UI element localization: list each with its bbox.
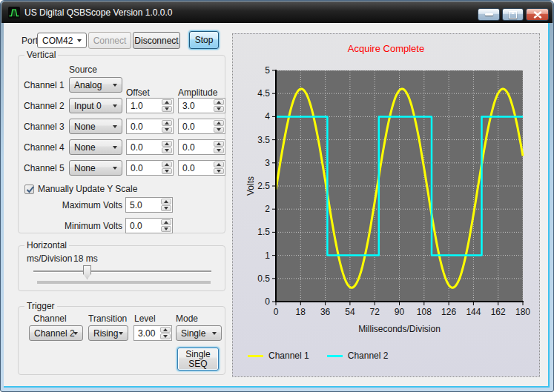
legend-item-label: Channel 1 bbox=[268, 351, 309, 361]
trigger-channel-select[interactable]: Channel 2 bbox=[29, 325, 83, 341]
spin-up-icon[interactable] bbox=[214, 141, 224, 147]
channel-5-offset-value: 0.0 bbox=[131, 163, 143, 173]
chevron-down-icon bbox=[77, 39, 82, 42]
channel-4-source-value: None bbox=[74, 142, 96, 153]
chevron-down-icon bbox=[113, 84, 117, 87]
checkmark-icon bbox=[25, 185, 36, 195]
spin-down-icon[interactable] bbox=[160, 333, 171, 339]
single-seq-button[interactable]: Single SEQ bbox=[177, 348, 219, 371]
spin-up-icon[interactable] bbox=[161, 199, 171, 205]
close-button[interactable] bbox=[526, 8, 549, 21]
spin-up-icon[interactable] bbox=[214, 162, 224, 167]
connect-button-label: Connect bbox=[93, 36, 127, 46]
channel-4-amplitude-input[interactable]: 0.0 bbox=[178, 139, 225, 155]
maximum-volts-input[interactable]: 5.0 bbox=[125, 197, 173, 213]
minimize-button[interactable] bbox=[478, 8, 500, 21]
channel-3-amplitude-value: 0.0 bbox=[182, 122, 195, 132]
channel-2-source-select[interactable]: Input 0 bbox=[69, 98, 122, 113]
spin-down-icon[interactable] bbox=[214, 106, 224, 112]
channel-4-offset-value: 0.0 bbox=[131, 142, 143, 153]
svg-text:90: 90 bbox=[395, 307, 405, 317]
channel-2-amplitude-input[interactable]: 3.0 bbox=[178, 98, 225, 113]
horizontal-group: Horizontal ms/Division 18 ms bbox=[18, 245, 225, 291]
amplitude-header: Amplitude bbox=[178, 87, 217, 98]
channel-3-amplitude-input[interactable]: 0.0 bbox=[178, 119, 225, 134]
vertical-group-title: Vertical bbox=[24, 50, 58, 60]
svg-text:0: 0 bbox=[274, 307, 279, 317]
maximum-volts-value: 5.0 bbox=[130, 200, 142, 210]
maximize-button[interactable] bbox=[502, 8, 524, 21]
spin-down-icon[interactable] bbox=[214, 127, 224, 133]
spin-up-icon[interactable] bbox=[162, 141, 172, 147]
port-select-value: COM42 bbox=[42, 36, 73, 46]
channel-4-offset-input[interactable]: 0.0 bbox=[126, 139, 174, 155]
spin-down-icon[interactable] bbox=[214, 147, 224, 153]
spin-up-icon[interactable] bbox=[160, 327, 171, 333]
ms-division-value: 18 ms bbox=[73, 253, 98, 264]
channel-4-label: Channel 4 bbox=[24, 142, 65, 153]
app-icon bbox=[8, 7, 20, 19]
svg-text:126: 126 bbox=[441, 307, 456, 317]
spin-down-icon[interactable] bbox=[161, 226, 171, 232]
channel-3-source-select[interactable]: None bbox=[69, 119, 122, 134]
chevron-down-icon bbox=[119, 332, 123, 335]
trigger-level-label: Level bbox=[134, 313, 156, 324]
manually-update-y-scale-checkbox[interactable] bbox=[24, 185, 34, 194]
spin-up-icon[interactable] bbox=[161, 219, 171, 225]
trigger-level-input[interactable]: 3.00 bbox=[133, 325, 172, 341]
disconnect-button-label: Disconnect bbox=[134, 36, 178, 46]
minimum-volts-input[interactable]: 0.0 bbox=[125, 218, 173, 233]
ms-division-slider-track[interactable] bbox=[33, 270, 211, 273]
port-select[interactable]: COM42 bbox=[37, 33, 87, 48]
spin-up-icon[interactable] bbox=[162, 120, 172, 126]
channel-1-source-select[interactable]: Analog bbox=[69, 77, 122, 93]
stop-button[interactable]: Stop bbox=[189, 31, 219, 49]
spin-down-icon[interactable] bbox=[162, 106, 172, 112]
spin-up-icon[interactable] bbox=[214, 99, 224, 105]
disconnect-button[interactable]: Disconnect bbox=[133, 32, 180, 49]
minimize-icon bbox=[485, 13, 493, 16]
channel-4-source-select[interactable]: None bbox=[69, 139, 122, 155]
channel-3-label: Channel 3 bbox=[24, 122, 65, 132]
single-seq-line1: Single bbox=[185, 350, 210, 359]
channel-2-offset-value: 1.0 bbox=[131, 101, 143, 111]
chevron-down-icon bbox=[113, 104, 117, 107]
chevron-down-icon bbox=[113, 125, 117, 128]
spin-up-icon[interactable] bbox=[214, 120, 224, 126]
channel-5-amplitude-input[interactable]: 0.0 bbox=[178, 160, 225, 176]
channel-5-offset-input[interactable]: 0.0 bbox=[126, 160, 174, 176]
channel-2-offset-input[interactable]: 1.0 bbox=[126, 98, 174, 113]
channel-1-label: Channel 1 bbox=[24, 80, 65, 90]
svg-text:36: 36 bbox=[320, 307, 331, 317]
chevron-down-icon bbox=[113, 146, 117, 149]
ms-division-slider-thumb[interactable] bbox=[83, 265, 91, 279]
y-axis-title: Volts bbox=[245, 176, 256, 196]
maximize-icon bbox=[509, 11, 517, 19]
spin-down-icon[interactable] bbox=[162, 147, 172, 153]
spin-down-icon[interactable] bbox=[162, 168, 172, 174]
spin-down-icon[interactable] bbox=[162, 127, 172, 133]
channel-5-source-select[interactable]: None bbox=[69, 160, 122, 176]
svg-text:144: 144 bbox=[466, 307, 481, 317]
window-title: US Digital QSBScope Version 1.0.0.0 bbox=[24, 7, 172, 18]
spin-down-icon[interactable] bbox=[214, 168, 224, 174]
legend-line-icon bbox=[327, 355, 343, 357]
spin-up-icon[interactable] bbox=[162, 162, 172, 167]
trigger-transition-select[interactable]: Rising bbox=[88, 325, 128, 341]
svg-text:4.5: 4.5 bbox=[257, 88, 270, 99]
channel-5-source-value: None bbox=[74, 163, 96, 173]
trigger-transition-value: Rising bbox=[93, 328, 118, 339]
svg-text:4: 4 bbox=[265, 111, 270, 122]
channel-2-source-value: Input 0 bbox=[74, 101, 102, 111]
spin-down-icon[interactable] bbox=[161, 205, 171, 211]
close-icon bbox=[533, 11, 542, 19]
spin-up-icon[interactable] bbox=[162, 99, 172, 105]
single-seq-line2: SEQ bbox=[188, 359, 207, 369]
svg-text:0.5: 0.5 bbox=[257, 273, 270, 284]
trigger-mode-select[interactable]: Single bbox=[176, 325, 222, 341]
svg-text:0: 0 bbox=[265, 296, 270, 307]
channel-3-offset-input[interactable]: 0.0 bbox=[126, 119, 174, 134]
titlebar[interactable]: US Digital QSBScope Version 1.0.0.0 bbox=[1, 1, 553, 23]
client-area: Port COM42 Connect Disconnect Stop Verti… bbox=[4, 23, 548, 386]
svg-text:1.5: 1.5 bbox=[257, 227, 270, 237]
